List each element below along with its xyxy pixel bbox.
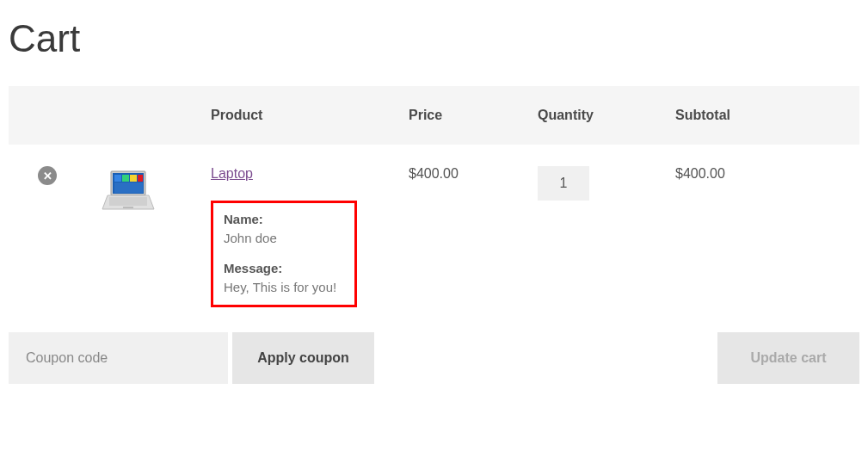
update-cart-button[interactable]: Update cart xyxy=(717,332,859,384)
svg-rect-6 xyxy=(114,182,143,193)
quantity-input[interactable] xyxy=(538,166,589,201)
svg-rect-4 xyxy=(130,175,137,182)
item-price: $400.00 xyxy=(409,166,459,181)
svg-rect-5 xyxy=(138,175,143,182)
svg-rect-3 xyxy=(122,175,129,182)
col-quantity-header: Quantity xyxy=(525,86,662,145)
cart-item-row: ✕ xyxy=(9,145,859,331)
meta-name-value: John doe xyxy=(224,231,344,245)
col-remove-header xyxy=(9,86,86,145)
col-subtotal-header: Subtotal xyxy=(662,86,859,145)
cart-actions-row: Apply coupon Update cart xyxy=(9,331,859,384)
svg-rect-7 xyxy=(109,197,147,206)
laptop-icon xyxy=(99,166,159,213)
svg-rect-2 xyxy=(114,175,121,182)
cart-table: Product Price Quantity Subtotal ✕ xyxy=(9,86,859,384)
remove-item-button[interactable]: ✕ xyxy=(38,166,57,185)
col-price-header: Price xyxy=(396,86,525,145)
product-thumbnail[interactable] xyxy=(99,166,159,213)
meta-name-label: Name: xyxy=(224,212,344,226)
svg-rect-8 xyxy=(123,207,133,208)
meta-message-value: Hey, This is for you! xyxy=(224,280,344,294)
page-title: Cart xyxy=(9,17,859,60)
item-subtotal: $400.00 xyxy=(675,166,725,181)
meta-message-label: Message: xyxy=(224,261,344,275)
coupon-code-input[interactable] xyxy=(9,332,228,384)
product-name-link[interactable]: Laptop xyxy=(211,166,253,181)
apply-coupon-button[interactable]: Apply coupon xyxy=(232,332,374,384)
spacer xyxy=(374,332,717,384)
col-product-header: Product xyxy=(198,86,396,145)
col-thumbnail-header xyxy=(86,86,198,145)
close-icon: ✕ xyxy=(43,170,52,182)
product-meta-highlight: Name: John doe Message: Hey, This is for… xyxy=(211,201,357,307)
